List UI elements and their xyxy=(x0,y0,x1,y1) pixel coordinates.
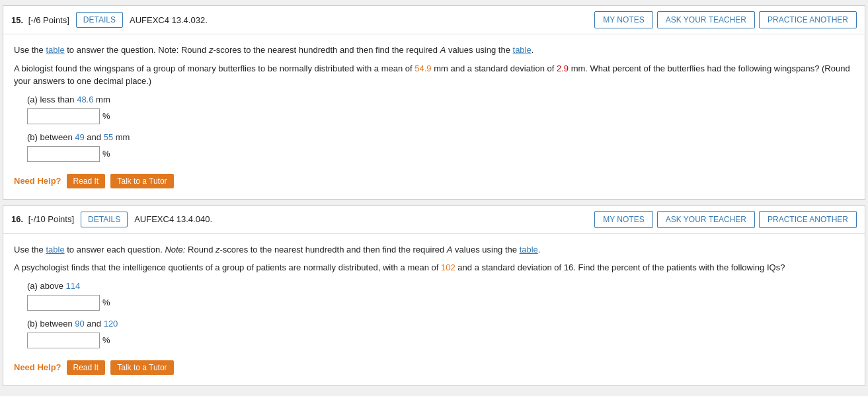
my-notes-button-15[interactable]: MY NOTES xyxy=(594,11,652,28)
question-16-block: 16. [-/10 Points] DETAILS AUFEXC4 13.4.0… xyxy=(3,205,865,386)
question-16-header: 16. [-/10 Points] DETAILS AUFEXC4 13.4.0… xyxy=(3,206,865,234)
part-a-input-row-15: % xyxy=(27,108,854,124)
part-b-input-row-15: % xyxy=(27,146,854,162)
part-b-input-row-16: % xyxy=(27,333,854,348)
question-16-number: 16. [-/10 Points] xyxy=(11,214,74,224)
details-button-16[interactable]: DETAILS xyxy=(81,212,128,227)
question-15-body: Use the table to answer the question. No… xyxy=(3,34,865,199)
part-b-label-16: (b) between 90 and 120 xyxy=(27,319,854,329)
mean-val-15: 54.9 xyxy=(414,63,431,73)
problem-description-15: A biologist found the wingspans of a gro… xyxy=(14,62,854,88)
ask-teacher-button-15[interactable]: ASK YOUR TEACHER xyxy=(657,11,755,28)
part-b-val2-15: 55 xyxy=(104,132,113,142)
part-b-percent-15: % xyxy=(102,149,110,159)
part-a-percent-16: % xyxy=(102,297,110,307)
part-b-val1-15: 49 xyxy=(75,132,84,142)
part-a-label-15: (a) less than 48.6 mm xyxy=(27,95,854,104)
instruction-line-16: Use the table to answer each question. N… xyxy=(14,243,854,257)
table-link-15b[interactable]: table xyxy=(513,45,532,55)
my-notes-button-16[interactable]: MY NOTES xyxy=(594,211,652,228)
mean-val-16: 102 xyxy=(441,262,455,272)
ask-teacher-button-16[interactable]: ASK YOUR TEACHER xyxy=(657,211,755,228)
part-b-percent-16: % xyxy=(102,335,110,345)
need-help-text-15: Need Help? xyxy=(14,176,61,186)
part-b-val1-16: 90 xyxy=(75,319,84,329)
header-right-16: MY NOTES ASK YOUR TEACHER PRACTICE ANOTH… xyxy=(594,211,857,228)
question-16-body: Use the table to answer each question. N… xyxy=(3,234,865,385)
problem-description-16: A psychologist finds that the intelligen… xyxy=(14,261,854,274)
std-val-15: 2.9 xyxy=(557,63,569,73)
part-a-input-15[interactable] xyxy=(27,108,100,124)
course-code-15: AUFEXC4 13.4.032. xyxy=(130,15,208,25)
practice-another-button-16[interactable]: PRACTICE ANOTHER xyxy=(759,211,857,228)
talk-tutor-button-16[interactable]: Talk to a Tutor xyxy=(110,360,173,375)
talk-tutor-button-15[interactable]: Talk to a Tutor xyxy=(110,174,173,188)
part-b-16: (b) between 90 and 120 xyxy=(27,319,854,329)
need-help-text-16: Need Help? xyxy=(14,362,61,372)
table-link-15a[interactable]: table xyxy=(46,45,64,55)
part-b-input-15[interactable] xyxy=(27,146,100,162)
part-a-percent-15: % xyxy=(102,111,110,121)
part-a-input-row-16: % xyxy=(27,295,854,311)
question-15-number: 15. [-/6 Points] xyxy=(11,15,69,25)
table-link-16a[interactable]: table xyxy=(46,245,64,255)
question-15-block: 15. [-/6 Points] DETAILS AUFEXC4 13.4.03… xyxy=(3,5,865,200)
read-it-button-15[interactable]: Read It xyxy=(67,174,106,188)
part-b-val2-16: 120 xyxy=(104,319,118,329)
table-link-16b[interactable]: table xyxy=(520,245,538,255)
part-b-input-16[interactable] xyxy=(27,333,100,348)
part-a-val-16: 114 xyxy=(66,281,81,291)
part-a-val-15: 48.6 xyxy=(77,95,93,104)
part-b-label-15: (b) between 49 and 55 mm xyxy=(27,132,854,142)
part-a-16: (a) above 114 xyxy=(27,281,854,291)
header-right-15: MY NOTES ASK YOUR TEACHER PRACTICE ANOTH… xyxy=(594,11,857,28)
need-help-row-16: Need Help? Read It Talk to a Tutor xyxy=(14,360,854,375)
instruction-line-15: Use the table to answer the question. No… xyxy=(14,44,854,57)
part-a-label-16: (a) above 114 xyxy=(27,281,854,291)
practice-another-button-15[interactable]: PRACTICE ANOTHER xyxy=(759,11,857,28)
details-button-15[interactable]: DETAILS xyxy=(76,12,123,28)
part-a-input-16[interactable] xyxy=(27,295,100,311)
course-code-16: AUFEXC4 13.4.040. xyxy=(134,214,212,224)
part-a-15: (a) less than 48.6 mm xyxy=(27,95,854,104)
need-help-row-15: Need Help? Read It Talk to a Tutor xyxy=(14,174,854,188)
part-b-15: (b) between 49 and 55 mm xyxy=(27,132,854,142)
read-it-button-16[interactable]: Read It xyxy=(67,360,106,375)
question-15-header: 15. [-/6 Points] DETAILS AUFEXC4 13.4.03… xyxy=(3,6,865,34)
